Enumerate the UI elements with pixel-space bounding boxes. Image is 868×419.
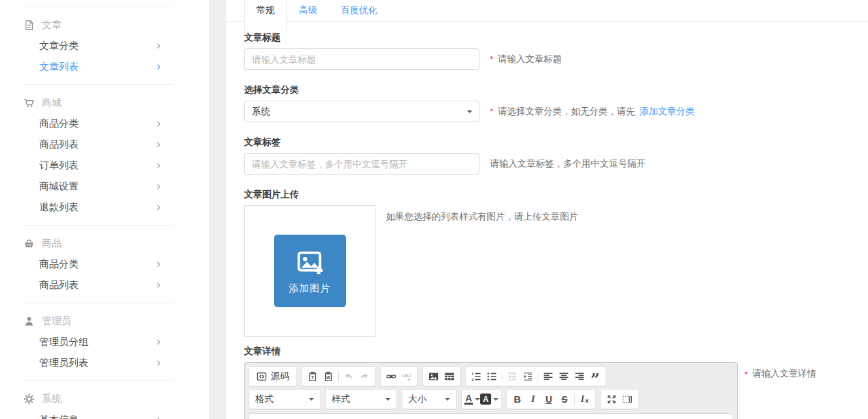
sidebar-item-label: 商品分类 (39, 258, 78, 271)
sidebar-divider (24, 84, 173, 85)
sidebar-item-label: 商品列表 (39, 279, 78, 292)
sidebar-section-system[interactable]: 系统 (0, 388, 209, 409)
sidebar-item-label: 退款列表 (39, 201, 78, 214)
tab-general[interactable]: 常规 (244, 0, 287, 33)
align-left-button[interactable] (540, 369, 556, 384)
sidebar-item-label: 文章分类 (39, 40, 78, 52)
unordered-list-button[interactable] (484, 369, 500, 384)
sidebar-section-label: 商品 (42, 237, 61, 250)
sidebar-section-label: 系统 (42, 393, 61, 405)
maximize-icon (606, 394, 617, 405)
format-dropdown[interactable]: 格式 (249, 389, 321, 409)
font-size-dropdown[interactable]: 大小 (402, 389, 457, 409)
sidebar-item-product-list[interactable]: 商品列表 (0, 275, 209, 295)
sidebar-section-admin[interactable]: 管理员 (0, 310, 209, 331)
dropdown-caret-icon (493, 398, 498, 403)
image-icon (428, 371, 439, 382)
bold-button[interactable]: B (510, 392, 525, 407)
article-tags-input[interactable] (244, 153, 479, 175)
source-button[interactable]: 源码 (252, 369, 294, 384)
source-icon (256, 371, 267, 382)
tab-baidu-seo[interactable]: 百度优化 (329, 0, 389, 21)
article-category-select[interactable]: 系统 (244, 101, 479, 122)
sidebar-item-label: 商品列表 (39, 139, 78, 151)
insert-image-button[interactable] (426, 369, 442, 384)
sidebar-item-product-category[interactable]: 商品分类 (0, 254, 209, 275)
sidebar-item-basic-info[interactable]: 基本信息 (0, 409, 209, 419)
sidebar-item-admin-list[interactable]: 管理员列表 (0, 352, 209, 373)
chevron-right-icon (155, 141, 162, 148)
align-right-button[interactable] (572, 369, 587, 384)
link-button[interactable] (383, 369, 399, 384)
article-title-input[interactable] (244, 48, 479, 70)
article-form: 文章标题 * 请输入文章标题 选择文章分类 系统 (226, 22, 868, 419)
sidebar-item-article-category[interactable]: 文章分类 (0, 35, 209, 56)
chevron-right-icon (155, 416, 162, 419)
sidebar-item-admin-group[interactable]: 管理员分组 (0, 331, 209, 352)
sidebar-item-order-list[interactable]: 订单列表 (0, 155, 209, 176)
field-hint: * 请输入文章标题 (490, 54, 562, 65)
app-root: 文章 文章分类 文章列表 商城 商品分类 商品列表 订单列表 商城设 (0, 0, 868, 419)
chevron-right-icon (155, 120, 162, 127)
sidebar-item-goods-category[interactable]: 商品分类 (0, 113, 209, 134)
field-hint: * 请输入文章详情 (744, 368, 816, 380)
table-icon (444, 371, 455, 382)
sidebar-section-article[interactable]: 文章 (0, 14, 209, 35)
italic-button[interactable]: I (525, 392, 541, 407)
dropdown-caret-icon (445, 398, 450, 403)
required-mark: * (490, 107, 493, 116)
field-article-image: 文章图片上传 添加图片 如果您选择的列表样式有图片，请上传文章图片 (244, 188, 868, 337)
person-icon (24, 316, 35, 327)
bg-color-button[interactable]: A (480, 392, 498, 407)
sidebar-item-goods-list[interactable]: 商品列表 (0, 134, 209, 155)
align-center-button[interactable] (556, 369, 572, 384)
paste-word-button[interactable] (321, 369, 336, 384)
text-color-button[interactable]: A (464, 392, 480, 407)
dropdown-caret-icon (467, 110, 472, 116)
image-upload-dropzone[interactable]: 添加图片 (244, 205, 375, 337)
field-article-category: 选择文章分类 系统 * 请选择文章分类，如无分类，请先 添加文章分类 (244, 83, 868, 122)
sidebar-item-refund-list[interactable]: 退款列表 (0, 197, 209, 218)
maximize-button[interactable] (604, 392, 619, 407)
underline-button[interactable]: U (541, 392, 557, 407)
sidebar-section-mall[interactable]: 商城 (0, 92, 209, 113)
chevron-right-icon (155, 183, 162, 190)
sidebar-section-label: 商城 (42, 97, 61, 109)
styles-dropdown[interactable]: 样式 (325, 389, 397, 409)
paste-text-button[interactable] (305, 369, 321, 384)
indent-button[interactable] (520, 369, 536, 384)
tab-advanced[interactable]: 高级 (287, 0, 329, 21)
sidebar-section-product[interactable]: 商品 (0, 233, 209, 254)
sidebar-divider (24, 225, 173, 226)
add-image-icon (295, 248, 325, 278)
field-hint: * 请选择文章分类，如无分类，请先 添加文章分类 (490, 106, 695, 118)
unlink-icon (402, 371, 412, 382)
field-hint: 如果您选择的列表样式有图片，请上传文章图片 (386, 211, 578, 223)
strikethrough-button[interactable]: S (557, 392, 572, 407)
sidebar-item-label: 管理员分组 (39, 336, 88, 348)
editor-toolbar-row-2: 格式 样式 大小 (249, 389, 733, 409)
required-mark: * (490, 54, 493, 64)
field-article-detail: 文章详情 源码 (244, 344, 868, 419)
dropdown-caret-icon (385, 398, 391, 403)
remove-format-button[interactable]: I × (577, 392, 593, 407)
show-blocks-icon (622, 394, 633, 405)
insert-table-button[interactable] (442, 369, 457, 384)
blockquote-button[interactable]: ” (587, 365, 603, 388)
sidebar-item-article-list[interactable]: 文章列表 (0, 56, 209, 77)
chevron-right-icon (155, 42, 162, 50)
add-article-category-link[interactable]: 添加文章分类 (640, 106, 695, 118)
ordered-list-button[interactable] (468, 369, 484, 384)
hint-text: 如果您选择的列表样式有图片，请上传文章图片 (386, 211, 578, 223)
chevron-right-icon (155, 282, 162, 289)
hint-text: 请输入文章详情 (752, 368, 816, 380)
undo-button (341, 369, 356, 384)
gear-icon (24, 394, 35, 405)
add-image-button[interactable]: 添加图片 (274, 235, 346, 307)
paste-text-icon (307, 371, 318, 382)
show-blocks-button[interactable] (619, 392, 635, 407)
outdent-icon (507, 371, 517, 382)
sidebar: 文章 文章分类 文章列表 商城 商品分类 商品列表 订单列表 商城设 (0, 0, 210, 419)
sidebar-item-mall-settings[interactable]: 商城设置 (0, 176, 209, 197)
editor-content[interactable] (249, 413, 733, 419)
